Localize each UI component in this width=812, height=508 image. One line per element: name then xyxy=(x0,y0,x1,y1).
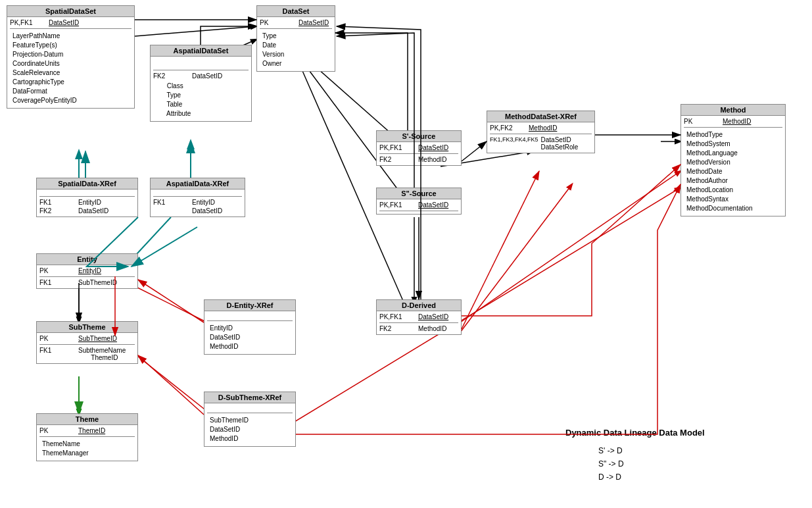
d-subtheme-xref-entity: D-SubTheme-XRef SubThemeIDDataSetIDMetho… xyxy=(204,392,296,447)
dataset-body: PK DataSetID TypeDateVersionOwner xyxy=(257,17,335,71)
dataset-entity: DataSet PK DataSetID TypeDateVersionOwne… xyxy=(256,5,335,72)
legend-title: Dynamic Data Lineage Data Model xyxy=(565,428,705,438)
svg-line-12 xyxy=(128,349,207,411)
svg-line-15 xyxy=(460,184,572,332)
svg-line-11 xyxy=(128,283,207,322)
legend-line2: S" -> D xyxy=(598,459,624,469)
dataset-pk-key: PK xyxy=(260,19,296,26)
s2-source-entity: S"-Source PK,FK1 DataSetID xyxy=(376,188,462,215)
svg-line-0 xyxy=(135,26,256,36)
aspatial-dataset-body: FK2 DataSetID Class Type Table Attribute xyxy=(151,57,251,121)
svg-line-9 xyxy=(296,53,408,203)
method-entity: Method PK MethodID MethodTypeMethodSyste… xyxy=(681,104,786,216)
dataset-header: DataSet xyxy=(257,6,335,17)
entity-entity: Entity PK EntityID FK1 SubThemeID xyxy=(36,253,138,289)
dataset-pk-field: DataSetID xyxy=(299,19,329,26)
svg-line-17 xyxy=(263,188,681,441)
legend-line3: D -> D xyxy=(598,472,621,482)
aspatial-dataset-entity: AspatialDataSet FK2 DataSetID Class Type… xyxy=(150,45,252,122)
aspatial-data-xref-entity: AspatialData-XRef FK1 EntityID DataSetID xyxy=(150,178,245,217)
svg-line-10 xyxy=(296,56,408,311)
spatial-dataset-body: PK,FK1 DataSetID LayerPathNameFeatureTyp… xyxy=(7,17,134,108)
spatial-dataset-header: SpatialDataSet xyxy=(7,6,134,17)
spatial-dataset-entity: SpatialDataSet PK,FK1 DataSetID LayerPat… xyxy=(7,5,135,109)
spatial-data-xref-entity: SpatialData-XRef FK1 EntityID FK2 DataSe… xyxy=(36,178,138,217)
aspatial-dataset-header: AspatialDataSet xyxy=(151,45,251,57)
legend-line1: S' -> D xyxy=(598,446,623,455)
diagram-container: DataSet PK DataSetID TypeDateVersionOwne… xyxy=(0,0,812,508)
subtheme-entity: SubTheme PK SubThemeID FK1 SubthemeName … xyxy=(36,321,138,364)
svg-line-16 xyxy=(460,171,681,322)
method-dataset-xref-entity: MethodDataSet-XRef PK,FK2 MethodID FK1,F… xyxy=(487,111,595,153)
d-entity-xref-entity: D-Entity-XRef EntityIDDataSetIDMethodID xyxy=(204,299,296,355)
d-derived-entity: D-Derived PK,FK1 DataSetID FK2 MethodID xyxy=(376,299,462,335)
s-source-entity: S'-Source PK,FK1 DataSetID FK2 MethodID xyxy=(376,130,462,166)
dataset-fields: TypeDateVersionOwner xyxy=(260,30,332,70)
theme-entity: Theme PK ThemeID ThemeNameThemeManager xyxy=(36,413,138,461)
